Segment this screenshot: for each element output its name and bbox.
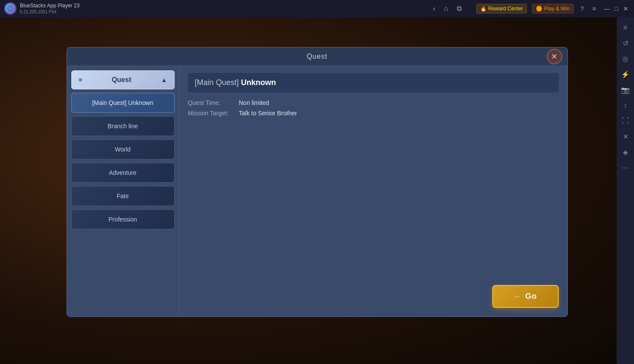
quest-time-label: Quest Time: bbox=[188, 99, 236, 106]
dialog-body: Quest ▲ [Main Quest] Unknown Branch line… bbox=[67, 66, 567, 317]
mission-target-label: Mission Target: bbox=[188, 110, 236, 117]
quest-item-branch[interactable]: Branch line bbox=[71, 116, 175, 136]
quest-item-world[interactable]: World bbox=[71, 139, 175, 159]
quest-item-adventure[interactable]: Adventure bbox=[71, 163, 175, 183]
quest-detail-panel: [Main Quest] Unknown Quest Time: Non lim… bbox=[179, 66, 567, 317]
quest-item-profession[interactable]: Profession bbox=[71, 209, 175, 229]
dialog-header: Quest ✕ bbox=[67, 47, 567, 66]
dialog-title: Quest bbox=[307, 53, 328, 60]
quest-time-row: Quest Time: Non limited bbox=[188, 99, 559, 106]
mission-target-row: Mission Target: Talk to Senior Brother bbox=[188, 110, 559, 117]
quest-time-value: Non limited bbox=[239, 99, 269, 106]
dialog-overlay: Quest ✕ Quest ▲ [Main Quest] Unknown Bra… bbox=[0, 0, 634, 364]
quest-category-toggle[interactable]: Quest ▲ bbox=[71, 70, 175, 89]
quest-detail-title: [Main Quest] Unknown bbox=[195, 78, 276, 87]
category-arrow-icon: ▲ bbox=[161, 76, 167, 83]
quest-item-fate[interactable]: Fate bbox=[71, 186, 175, 206]
go-button[interactable]: Go bbox=[492, 285, 559, 308]
dialog-close-button[interactable]: ✕ bbox=[547, 49, 562, 64]
quest-categories-panel: Quest ▲ [Main Quest] Unknown Branch line… bbox=[67, 66, 179, 317]
quest-item-main[interactable]: [Main Quest] Unknown bbox=[71, 93, 175, 113]
category-dot bbox=[79, 78, 82, 82]
quest-category-label: Quest bbox=[112, 76, 131, 84]
quest-dialog: Quest ✕ Quest ▲ [Main Quest] Unknown Bra… bbox=[67, 47, 568, 317]
mission-target-prefix: Talk to Senior Brother bbox=[239, 110, 297, 117]
quest-detail-header: [Main Quest] Unknown bbox=[188, 73, 559, 92]
